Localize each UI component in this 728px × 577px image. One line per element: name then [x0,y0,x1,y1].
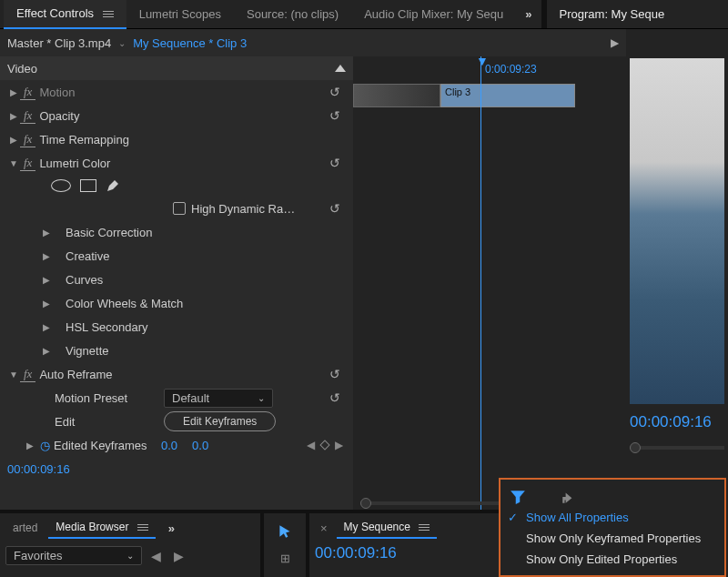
breadcrumb-sequence[interactable]: My Sequence * Clip 3 [133,36,247,50]
disclosure-icon[interactable] [40,299,53,309]
prop-label: HSL Secondary [66,320,346,334]
menu-show-edited[interactable]: Show Only Edited Properties [500,549,724,570]
effect-auto-reframe[interactable]: fx Auto Reframe ↺ [0,362,353,386]
scroll-track[interactable] [641,446,724,450]
tab-label: Effect Controls [16,6,94,20]
dropdown-value: Favorites [14,549,62,562]
pen-mask-icon[interactable] [106,178,120,193]
motion-preset-dropdown[interactable]: Default ⌄ [164,389,273,408]
timeline-clip[interactable]: Clip 3 [440,84,575,107]
kf-next-icon[interactable]: ▶ [332,439,346,451]
kf-prev-icon[interactable]: ◀ [304,439,318,451]
disclosure-icon[interactable] [7,369,20,380]
disclosure-icon[interactable] [40,251,53,261]
mask-tools [0,175,353,197]
audio-icon[interactable] [535,489,551,503]
panel-menu-icon[interactable] [103,11,114,17]
disclosure-icon[interactable] [7,158,20,168]
motion-preset-label: Motion Preset [55,391,164,405]
tab-audio-mixer[interactable]: Audio Clip Mixer: My Sequ [351,0,516,28]
chevron-down-icon: ⌄ [126,551,134,561]
effect-motion[interactable]: fx Motion ↺ [0,80,353,104]
timecode-footer[interactable]: 00:00:09:16 [0,457,353,481]
fx-badge-icon[interactable]: fx [20,156,35,171]
kf-value-2[interactable]: 0.0 [185,439,216,452]
kf-value-1[interactable]: 0.0 [154,439,185,452]
close-tab-icon[interactable]: × [315,521,333,535]
panel-menu-icon[interactable] [419,524,430,531]
share-icon[interactable] [561,489,577,503]
reset-icon[interactable]: ↺ [324,390,346,405]
reset-icon[interactable]: ↺ [324,367,346,381]
prop-vignette[interactable]: Vignette [0,339,353,362]
hdr-checkbox-row: High Dynamic Ra… ↺ [0,197,353,220]
kf-add-icon[interactable] [319,440,329,450]
program-timecode[interactable]: 00:00:09:16 [630,413,724,431]
prop-curves[interactable]: Curves [0,268,353,291]
reset-icon[interactable]: ↺ [324,85,346,99]
disclosure-icon[interactable] [24,440,36,450]
scroll-handle-left[interactable] [360,498,371,509]
selection-tool-icon[interactable] [274,521,296,542]
fx-badge-icon[interactable]: fx [20,85,35,100]
nav-fwd-icon[interactable]: ▶ [170,549,187,563]
panel-menu-icon[interactable] [137,524,148,531]
disclosure-icon[interactable] [40,275,53,285]
tab-effect-controls[interactable]: Effect Controls [4,0,126,29]
disclosure-icon[interactable] [7,87,20,97]
disclosure-icon[interactable] [7,135,20,145]
fx-badge-icon[interactable]: fx [20,367,35,382]
program-preview[interactable] [630,58,724,404]
stopwatch-icon[interactable]: ◷ [36,439,54,452]
rectangle-mask-icon[interactable] [80,179,96,192]
nav-back-icon[interactable]: ◀ [147,549,165,563]
disclosure-icon[interactable] [40,322,53,332]
favorites-dropdown[interactable]: Favorites ⌄ [5,546,142,565]
tabs-overflow[interactable]: » [159,521,184,535]
edited-keyframes-row: ◷ Edited Keyframes 0.0 0.0 ◀ ▶ [0,433,353,457]
tab-arted[interactable]: arted [5,518,45,538]
clip-label: Clip 3 [445,86,470,97]
tab-program[interactable]: Program: My Seque [547,0,678,28]
scroll-handle[interactable] [630,442,641,453]
prop-color-wheels[interactable]: Color Wheels & Match [0,291,353,315]
filter-icon[interactable] [510,489,526,503]
disclosure-icon[interactable] [40,228,53,238]
chevron-down-icon: ⌄ [258,393,265,403]
tab-lumetri-scopes[interactable]: Lumetri Scopes [126,0,234,28]
fx-badge-icon[interactable]: fx [20,108,35,124]
effect-time-remapping[interactable]: fx Time Remapping [0,127,353,151]
edit-keyframes-button[interactable]: Edit Keyframes [164,411,276,431]
program-scrollbar[interactable] [630,442,724,453]
menu-show-all[interactable]: ✓ Show All Properties [500,507,724,528]
checkbox[interactable] [173,202,186,215]
reset-icon[interactable]: ↺ [324,201,346,216]
reset-icon[interactable]: ↺ [324,156,346,170]
effect-opacity[interactable]: fx Opacity ↺ [0,104,353,127]
disclosure-icon[interactable] [40,346,53,356]
tab-media-browser[interactable]: Media Browser [48,517,155,539]
edit-keyframes-row: Edit Edit Keyframes [0,410,353,433]
media-browser-panel: arted Media Browser » Favorites ⌄ ◀ ▶ [0,513,264,577]
prop-creative[interactable]: Creative [0,244,353,268]
ellipse-mask-icon[interactable] [51,179,71,192]
timeline-ruler[interactable]: ▼ 0:00:09:23 [353,56,626,84]
prop-hsl-secondary[interactable]: HSL Secondary [0,315,353,339]
tab-my-sequence[interactable]: My Sequence [337,517,438,539]
chevron-down-icon[interactable]: ⌄ [118,38,126,48]
tab-source[interactable]: Source: (no clips) [234,0,351,28]
prop-basic-correction[interactable]: Basic Correction [0,220,353,244]
tabs-overflow[interactable]: » [516,7,541,21]
panel-tabs: Effect Controls Lumetri Scopes Source: (… [0,0,728,29]
effect-lumetri-color[interactable]: fx Lumetri Color ↺ [0,151,353,175]
fx-badge-icon[interactable]: fx [20,132,35,147]
playhead-line[interactable] [480,56,481,510]
collapse-up-icon[interactable] [335,65,346,72]
effect-timeline[interactable]: ▼ 0:00:09:23 Clip 3 [353,56,626,510]
menu-show-keyframed[interactable]: Show Only Keyframed Properties [500,528,724,549]
reset-icon[interactable]: ↺ [324,108,346,123]
breadcrumb-master[interactable]: Master * Clip 3.mp4 [7,36,111,50]
disclosure-icon[interactable] [7,111,20,121]
play-icon[interactable]: ▶ [611,36,619,49]
tool-icon[interactable]: ⊞ [280,552,290,565]
